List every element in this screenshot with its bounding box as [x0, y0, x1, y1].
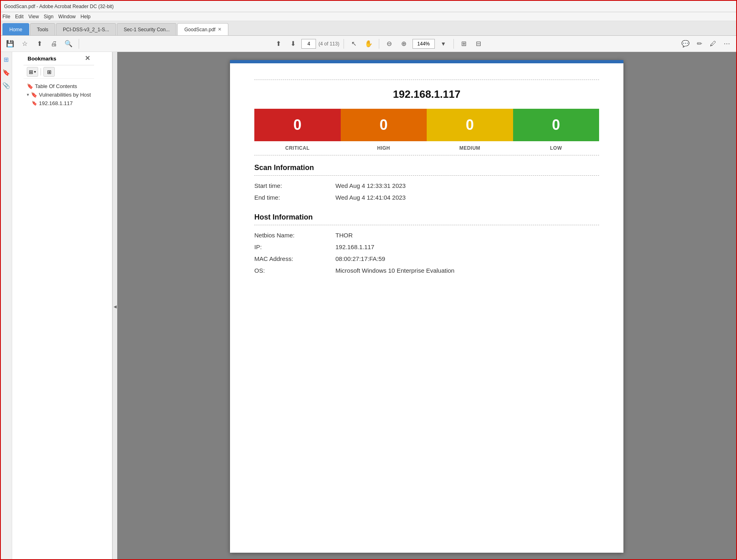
bookmark-toc-label: Table Of Contents: [35, 83, 77, 89]
upload-button[interactable]: ⬆: [33, 38, 45, 50]
print-button[interactable]: 🖨: [48, 38, 60, 50]
sidebar-collapse-handle[interactable]: ◀: [112, 52, 117, 560]
bookmark-vuln-label: Vulnerabilities by Host: [39, 92, 91, 98]
zoom-out-button[interactable]: ⊖: [383, 38, 395, 50]
toolbar-separator-3: [379, 39, 379, 49]
high-block: 0: [341, 109, 427, 141]
scan-info-divider: [254, 175, 599, 176]
critical-value: 0: [293, 116, 301, 134]
menu-sign[interactable]: Sign: [44, 14, 54, 19]
tab-sec1-label: Sec-1 Security Con...: [124, 27, 170, 32]
tab-pci[interactable]: PCI-DSS-v3_2_1-S...: [56, 23, 116, 35]
bookmarks-title: Bookmarks: [28, 56, 56, 62]
menu-view[interactable]: View: [28, 14, 39, 19]
dropdown-arrow-icon: ▾: [34, 70, 36, 74]
scan-end-row: End time: Wed Aug 4 12:41:04 2023: [254, 194, 599, 201]
menu-help[interactable]: Help: [81, 14, 91, 19]
zoom-input[interactable]: [413, 39, 435, 49]
scan-start-row: Start time: Wed Aug 4 12:33:31 2023: [254, 182, 599, 189]
scan-start-label: Start time:: [254, 182, 335, 189]
more-tools-button[interactable]: ⋯: [721, 38, 733, 50]
menu-window[interactable]: Window: [58, 14, 76, 19]
tab-goodscan[interactable]: GoodScan.pdf ✕: [177, 23, 228, 35]
bookmark-button[interactable]: ☆: [19, 38, 31, 50]
bookmarks-close-button[interactable]: ✕: [85, 55, 90, 62]
bookmark-toc-icon: 🔖: [27, 83, 33, 89]
title-text: GoodScan.pdf - Adobe Acrobat Reader DC (…: [4, 4, 114, 9]
select-tool-button[interactable]: ↖: [348, 38, 360, 50]
main-layout: ⊞ 🔖 📎 Bookmarks ✕ ⊞ ▾ ⊞: [1, 52, 736, 560]
scroll-up-button[interactable]: ⬆: [272, 38, 284, 50]
host-os-label: OS:: [254, 267, 335, 274]
critical-block: 0: [254, 109, 341, 141]
scroll-down-button[interactable]: ⬇: [287, 38, 299, 50]
menu-file[interactable]: File: [2, 14, 10, 19]
low-label: LOW: [513, 145, 599, 151]
highlight-button[interactable]: 🖊: [707, 38, 719, 50]
host-mac-row: MAC Address: 08:00:27:17:FA:59: [254, 255, 599, 262]
title-bar: GoodScan.pdf - Adobe Acrobat Reader DC (…: [1, 1, 736, 12]
bookmarks-list: 🔖 Table Of Contents ▾ 🔖 Vulnerabilities …: [24, 79, 94, 560]
scan-start-value: Wed Aug 4 12:33:31 2023: [335, 182, 406, 189]
host-ip-row: IP: 192.168.1.117: [254, 243, 599, 250]
low-value: 0: [552, 116, 560, 134]
bookmarks-panel-icon[interactable]: 🔖: [2, 68, 11, 77]
pdf-content: 192.168.1.117 0 0 0 0: [230, 63, 623, 303]
host-mac-label: MAC Address:: [254, 255, 335, 262]
pen-button[interactable]: ✏: [693, 38, 705, 50]
bookmark-ip-icon: 🔖: [32, 101, 37, 106]
tab-tools[interactable]: Tools: [30, 23, 55, 35]
toolbar: 💾 ☆ ⬆ 🖨 🔍 ⬆ ⬇ (4 of 113) ↖ ✋ ⊖ ⊕ ▾ ⊞ ⊟ 💬…: [1, 36, 736, 52]
search-button[interactable]: 🔍: [62, 38, 75, 50]
scan-end-value: Wed Aug 4 12:41:04 2023: [335, 194, 406, 201]
bookmark-item-ip[interactable]: 🔖 192.168.1.117: [24, 99, 94, 108]
pdf-area[interactable]: 192.168.1.117 0 0 0 0: [117, 52, 736, 560]
page-number-input[interactable]: [301, 39, 316, 49]
toolbar-separator-4: [453, 39, 454, 49]
pages-icon[interactable]: ⊞: [2, 55, 11, 64]
bookmark-item-vuln-host[interactable]: ▾ 🔖 Vulnerabilities by Host: [24, 90, 94, 99]
fit-page-button[interactable]: ⊞: [458, 38, 470, 50]
bookmarks-expand-button[interactable]: ⊞: [43, 67, 55, 77]
page-total-label: (4 of 113): [318, 41, 339, 47]
high-value: 0: [380, 116, 388, 134]
tab-close-icon[interactable]: ✕: [218, 27, 221, 32]
save-button[interactable]: 💾: [4, 38, 16, 50]
scan-info-section-title: Scan Information: [254, 164, 599, 172]
host-info-divider: [254, 225, 599, 225]
tab-home[interactable]: Home: [2, 23, 29, 35]
scan-end-label: End time:: [254, 194, 335, 201]
collapse-arrow-icon: ▾: [27, 92, 29, 97]
host-netbios-row: Netbios Name: THOR: [254, 232, 599, 239]
tab-sec1[interactable]: Sec-1 Security Con...: [117, 23, 176, 35]
hand-tool-button[interactable]: ✋: [363, 38, 375, 50]
zoom-dropdown-button[interactable]: ▾: [437, 38, 449, 50]
host-ip-value: 192.168.1.117: [335, 243, 374, 250]
ip-address-title: 192.168.1.117: [254, 80, 599, 101]
tab-bar: Home Tools PCI-DSS-v3_2_1-S... Sec-1 Sec…: [1, 21, 736, 36]
bookmarks-view-button[interactable]: ⊞ ▾: [27, 67, 38, 77]
bookmark-vuln-icon: 🔖: [31, 92, 37, 98]
comment-button[interactable]: 💬: [679, 38, 692, 50]
medium-label: MEDIUM: [427, 145, 513, 151]
bookmark-ip-label: 192.168.1.117: [39, 100, 73, 106]
host-info-section-title: Host Information: [254, 213, 599, 222]
zoom-in-button[interactable]: ⊕: [398, 38, 410, 50]
medium-value: 0: [466, 116, 474, 134]
host-netbios-value: THOR: [335, 232, 353, 239]
menu-edit[interactable]: Edit: [15, 14, 24, 19]
pdf-top-border: [230, 60, 623, 63]
bookmarks-toolbar: ⊞ ▾ ⊞: [24, 65, 94, 79]
sidebar-strip: ⊞ 🔖 📎 Bookmarks ✕ ⊞ ▾ ⊞: [1, 52, 112, 560]
toolbar-right: 💬 ✏ 🖊 ⋯: [679, 38, 733, 50]
tab-pci-label: PCI-DSS-v3_2_1-S...: [63, 27, 109, 32]
grid-icon: ⊞: [29, 69, 33, 75]
attachments-icon[interactable]: 📎: [2, 81, 11, 90]
fit-width-button[interactable]: ⊟: [473, 38, 485, 50]
high-label: HIGH: [341, 145, 427, 151]
expand-icon: ⊞: [47, 69, 52, 75]
toolbar-separator-1: [79, 39, 79, 49]
bookmark-item-toc[interactable]: 🔖 Table Of Contents: [24, 82, 94, 90]
tab-home-label: Home: [9, 27, 22, 32]
bookmarks-toolbar-sep: [41, 68, 41, 75]
